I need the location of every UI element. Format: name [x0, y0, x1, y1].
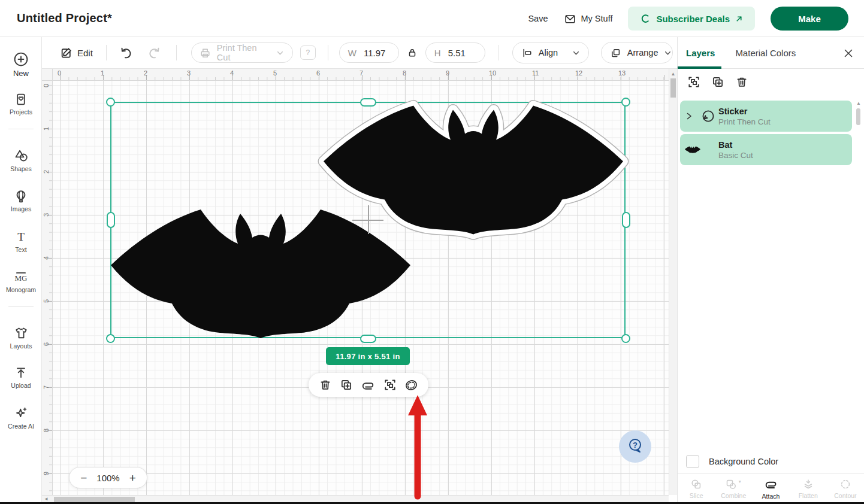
attach-icon[interactable] — [361, 378, 375, 392]
resize-handle-top[interactable] — [360, 98, 376, 107]
panel-tabs: Layers Material Colors — [678, 37, 864, 69]
background-color-row: Background Color — [686, 455, 778, 468]
crosshair-cursor — [368, 205, 369, 234]
sidebar-item-projects[interactable]: Projects — [0, 92, 42, 116]
align-icon — [521, 47, 533, 59]
delete-icon[interactable] — [319, 378, 332, 391]
printer-icon — [199, 47, 212, 59]
sidebar-item-create-ai[interactable]: Create AI — [0, 406, 42, 430]
sidebar-item-layouts[interactable]: Layouts — [0, 326, 42, 350]
sparkles-icon — [0, 406, 42, 421]
chevron-down-icon: ▼ — [738, 479, 742, 484]
resize-handle-bottom[interactable] — [360, 335, 376, 343]
ruler-number: 13 — [618, 69, 626, 77]
combine-icon: ▼ — [725, 478, 742, 490]
tab-material-colors[interactable]: Material Colors — [735, 48, 796, 58]
duplicate-icon[interactable] — [340, 378, 353, 391]
slice-icon — [690, 478, 702, 490]
bat-shape[interactable] — [111, 208, 410, 338]
sidebar-item-text[interactable]: T Text — [0, 230, 42, 253]
close-icon[interactable] — [842, 47, 854, 59]
duplicate-icon[interactable] — [711, 75, 724, 89]
resize-handle-left[interactable] — [107, 212, 115, 228]
design-canvas: 012345678910111213 0123456789 11.97 in x… — [42, 69, 677, 504]
edit-pencil-icon — [60, 47, 72, 59]
height-field[interactable]: H 5.51 — [425, 42, 485, 63]
zoom-in-button[interactable]: + — [129, 472, 136, 484]
zoom-level: 100% — [96, 473, 119, 483]
layer-row-bat[interactable]: Bat Basic Cut — [680, 134, 852, 165]
cut-mode-select[interactable]: Print Then Cut — [191, 42, 293, 63]
resize-handle-right[interactable] — [622, 212, 630, 228]
ruler-corner — [42, 69, 53, 81]
ruler-number: 6 — [43, 341, 50, 348]
ruler-number: 5 — [273, 69, 277, 77]
undo-button[interactable] — [119, 46, 132, 60]
sidebar-item-new[interactable]: New — [0, 51, 42, 78]
bat-icon — [682, 146, 703, 153]
redo-button[interactable] — [148, 46, 162, 60]
delete-icon[interactable] — [735, 75, 748, 89]
select-all-icon[interactable] — [383, 378, 397, 391]
vertical-scroll-thumb[interactable] — [670, 78, 676, 98]
layer-list-scrollbar[interactable]: ▲ — [856, 101, 861, 125]
sidebar-item-shapes[interactable]: Shapes — [0, 148, 42, 172]
resize-handle-top-right[interactable] — [621, 98, 630, 107]
ruler-number: 12 — [575, 69, 582, 77]
sidebar-divider — [8, 129, 34, 129]
project-title: Untitled Project* — [17, 11, 112, 25]
flatten-button[interactable]: Flatten — [790, 473, 827, 504]
resize-handle-bottom-left[interactable] — [106, 334, 115, 343]
ruler-number: 3 — [187, 69, 191, 77]
my-stuff-button[interactable]: My Stuff — [564, 13, 613, 25]
help-button[interactable]: ? — [619, 430, 651, 463]
ruler-number: 0 — [43, 82, 50, 89]
combine-button[interactable]: ▼ Combine — [715, 473, 752, 504]
layer-name: Sticker — [718, 107, 771, 116]
scroll-up-icon[interactable]: ▲ — [669, 71, 677, 77]
ruler-number: 7 — [360, 69, 363, 77]
ruler-number: 6 — [316, 69, 320, 77]
ruler-number: 0 — [58, 69, 61, 77]
scroll-left-icon[interactable]: ◄ — [44, 496, 49, 502]
make-button[interactable]: Make — [771, 7, 848, 31]
attach-icon — [765, 478, 778, 491]
cricut-logo-icon — [640, 13, 651, 24]
layer-row-sticker[interactable]: Sticker Print Then Cut — [680, 101, 852, 132]
sidebar-divider — [8, 306, 34, 307]
ruler-number: 4 — [43, 254, 50, 262]
subscriber-deals-button[interactable]: Subscriber Deals — [628, 7, 755, 31]
contour-button[interactable]: Contour — [827, 473, 864, 504]
background-color-checkbox[interactable] — [686, 455, 699, 468]
sidebar-item-images[interactable]: Images — [0, 189, 42, 212]
resize-handle-bottom-right[interactable] — [621, 334, 630, 343]
scroll-up-icon[interactable]: ▲ — [856, 101, 861, 106]
resize-handle-top-left[interactable] — [106, 98, 115, 107]
save-button[interactable]: Save — [528, 14, 548, 23]
align-dropdown[interactable]: Align — [512, 42, 589, 63]
tab-layers[interactable]: Layers — [686, 48, 715, 58]
layer-scroll-thumb[interactable] — [856, 108, 860, 125]
shapes-icon — [0, 148, 42, 163]
slice-button[interactable]: Slice — [678, 473, 715, 504]
sidebar-item-monogram[interactable]: MG Monogram — [0, 270, 42, 293]
chevron-down-icon — [664, 49, 672, 57]
sticker-icon — [698, 108, 718, 124]
lock-aspect-icon[interactable] — [407, 47, 418, 58]
cut-mode-help-button[interactable]: ? — [300, 45, 316, 60]
edit-button[interactable]: Edit — [60, 47, 93, 59]
chevron-down-icon — [276, 49, 284, 57]
attach-button[interactable]: Attach — [752, 473, 789, 504]
canvas-vertical-scrollbar[interactable]: ▲ — [669, 69, 677, 495]
sidebar-item-upload[interactable]: Upload — [0, 366, 42, 389]
chevron-right-icon[interactable] — [680, 112, 698, 120]
arrange-dropdown[interactable]: Arrange — [601, 42, 673, 63]
width-field[interactable]: W 11.97 — [339, 42, 399, 63]
ruler-number: 2 — [144, 69, 147, 77]
ruler-number: 9 — [43, 470, 50, 477]
left-sidebar: New Projects Shapes Images T Text MG Mon… — [0, 37, 42, 504]
select-all-icon[interactable] — [687, 75, 700, 89]
toolbar-separator — [499, 45, 499, 60]
zoom-out-button[interactable]: − — [80, 472, 87, 484]
sticker-outline-icon[interactable] — [404, 378, 418, 392]
